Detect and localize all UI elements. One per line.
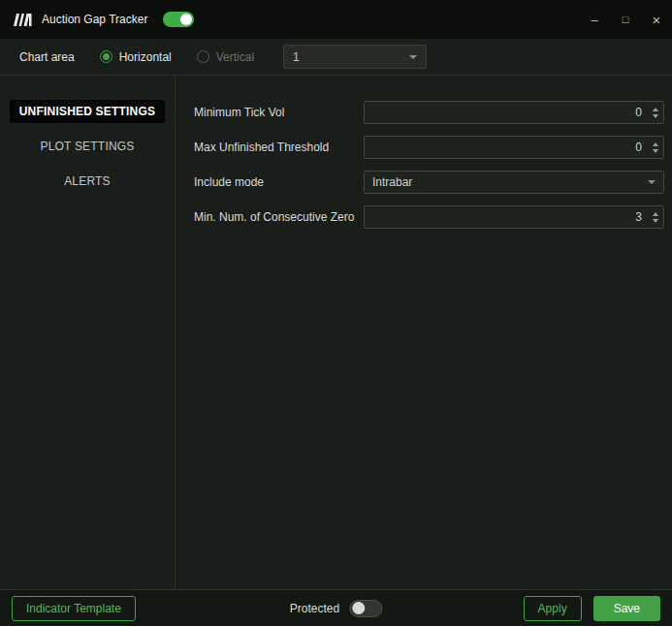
radio-circle-icon (197, 50, 209, 63)
spin-up-button[interactable] (653, 212, 658, 216)
close-button[interactable]: × (641, 0, 672, 39)
window-title: Auction Gap Tracker (42, 13, 147, 26)
toggle-knob (180, 14, 192, 25)
sidebar-item-plot-settings[interactable]: PLOT SETTINGS (10, 135, 165, 158)
radio-vertical-label: Vertical (216, 50, 254, 64)
indicator-enabled-toggle[interactable] (163, 12, 194, 27)
field-value: 0 (365, 141, 647, 154)
minimum-tick-vol-input[interactable]: 0 (364, 101, 664, 124)
footer-actions: Apply Save (524, 596, 660, 621)
chart-number-select[interactable]: 1 (283, 45, 427, 69)
window-controls: – □ × (579, 0, 672, 39)
toggle-knob (352, 602, 365, 614)
protected-toggle[interactable] (349, 600, 382, 617)
field-value: Intrabar (365, 175, 648, 189)
footer-bar: Indicator Template Protected Apply Save (0, 589, 672, 626)
radio-vertical[interactable]: Vertical (197, 50, 254, 64)
chart-number-value: 1 (293, 50, 300, 64)
field-label: Max Unfinished Threshold (194, 141, 364, 154)
spin-down-button[interactable] (653, 219, 658, 223)
field-value: 3 (365, 210, 647, 224)
chart-area-label: Chart area (19, 50, 75, 64)
content-area: UNFINISHED SETTINGS PLOT SETTINGS ALERTS… (0, 76, 672, 589)
sidebar-item-alerts[interactable]: ALERTS (10, 170, 165, 193)
number-spinner (647, 102, 663, 123)
maximize-button[interactable]: □ (610, 0, 641, 39)
spin-down-button[interactable] (653, 149, 658, 153)
protected-control: Protected (290, 600, 382, 617)
indicator-template-button[interactable]: Indicator Template (12, 596, 136, 621)
number-spinner (647, 137, 663, 158)
spin-down-button[interactable] (653, 114, 658, 118)
sidebar: UNFINISHED SETTINGS PLOT SETTINGS ALERTS (0, 76, 176, 589)
app-logo-icon (14, 14, 32, 26)
field-value: 0 (365, 106, 647, 119)
min-consecutive-zero-input[interactable]: 3 (364, 205, 664, 229)
settings-form: Minimum Tick Vol 0 Max Unfinished Thresh… (176, 76, 672, 589)
minimize-button[interactable]: – (579, 0, 610, 39)
field-label: Minimum Tick Vol (194, 106, 364, 119)
number-spinner (647, 206, 663, 228)
spin-up-button[interactable] (653, 108, 658, 111)
chevron-down-icon (648, 180, 656, 184)
max-unfinished-threshold-input[interactable]: 0 (364, 136, 664, 159)
indicator-settings-window: Auction Gap Tracker – □ × Chart area Hor… (0, 0, 672, 626)
radio-horizontal[interactable]: Horizontal (100, 50, 172, 64)
protected-label: Protected (290, 602, 339, 615)
form-row: Max Unfinished Threshold 0 (194, 130, 664, 165)
spin-up-button[interactable] (653, 142, 658, 146)
field-label: Include mode (194, 175, 364, 189)
form-row: Min. Num. of Consecutive Zero 3 (194, 200, 664, 235)
include-mode-select[interactable]: Intrabar (364, 171, 664, 194)
form-row: Minimum Tick Vol 0 (194, 95, 664, 130)
titlebar: Auction Gap Tracker – □ × (0, 0, 672, 39)
sidebar-item-unfinished-settings[interactable]: UNFINISHED SETTINGS (10, 100, 165, 123)
form-row: Include mode Intrabar (194, 165, 664, 200)
field-label: Min. Num. of Consecutive Zero (194, 210, 364, 224)
apply-button[interactable]: Apply (524, 596, 582, 621)
radio-horizontal-label: Horizontal (119, 50, 172, 64)
chevron-down-icon (409, 55, 417, 59)
save-button[interactable]: Save (593, 596, 660, 621)
chart-area-toolbar: Chart area Horizontal Vertical 1 (0, 39, 672, 75)
radio-circle-icon (100, 50, 112, 63)
